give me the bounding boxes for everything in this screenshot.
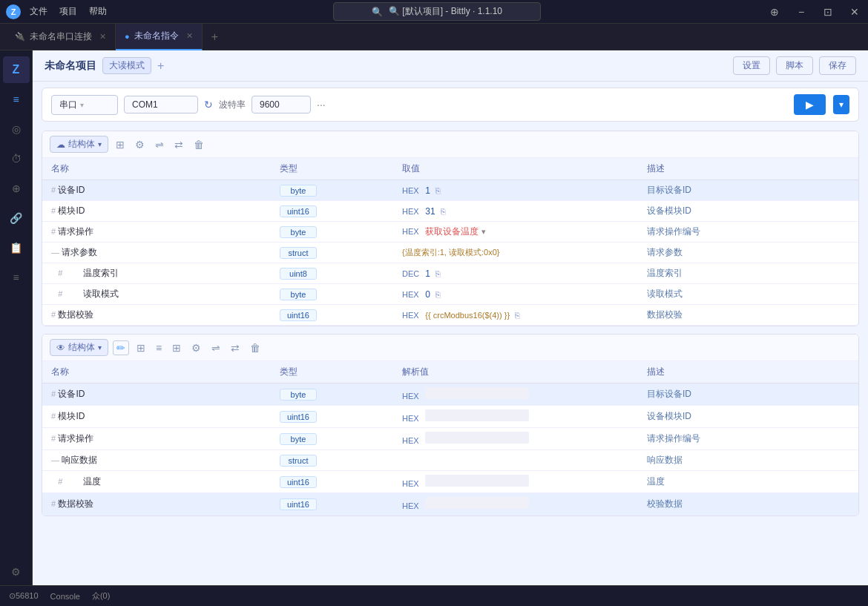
sidebar-icon-settings[interactable]: ⚙ — [3, 559, 30, 585]
copy-icon[interactable]: ⎘ — [435, 269, 441, 278]
send-struct-badge[interactable]: ☁ 结构体 ▾ — [50, 136, 108, 153]
send-toolbar: ☁ 结构体 ▾ ⊞ ⚙ ⇌ ⇄ 🗑 — [42, 131, 858, 158]
sidebar-icon-add[interactable]: ⊕ — [3, 175, 30, 202]
row-hash: # 设备ID — [42, 180, 271, 201]
tab-add-btn[interactable]: + — [203, 30, 227, 44]
row-type: uint16 — [271, 493, 393, 516]
copy-icon[interactable]: ⎘ — [435, 290, 441, 299]
more-btn[interactable]: ··· — [317, 99, 326, 111]
send-struct-label: 结构体 — [68, 138, 95, 151]
recv-edit-btn[interactable]: ✏ — [113, 340, 129, 355]
send-delete-btn[interactable]: 🗑 — [191, 137, 207, 152]
row-format-value: HEX — [393, 493, 638, 516]
row-hash: # 请求操作 — [42, 428, 271, 450]
row-format-value: HEX — [393, 471, 638, 493]
row-desc: 设备模块ID — [638, 201, 858, 222]
status-console[interactable]: Console — [50, 592, 80, 601]
settings-btn[interactable]: 设置 — [733, 56, 770, 75]
pin-btn[interactable]: ⊕ — [767, 6, 782, 18]
menu-help[interactable]: 帮助 — [89, 5, 107, 18]
recv-settings-btn[interactable]: ⚙ — [188, 340, 204, 355]
row-type: byte — [271, 180, 393, 201]
recv-grid2-btn[interactable]: ⊞ — [169, 340, 184, 355]
menu-project[interactable]: 项目 — [59, 5, 77, 18]
mode-button[interactable]: 大读模式 — [102, 57, 151, 74]
sidebar-icon-home[interactable]: Z — [3, 56, 30, 83]
tab-command[interactable]: ● 未命名指令 ✕ — [116, 24, 203, 50]
row-name: 数据校验 — [58, 309, 93, 320]
minimize-btn[interactable]: − — [794, 6, 809, 18]
sidebar-icon-list[interactable]: ≡ — [3, 264, 30, 291]
copy-icon[interactable]: ⎘ — [435, 186, 441, 195]
sidebar-icon-link[interactable]: 🔗 — [3, 205, 30, 231]
send-col-desc: 描述 — [638, 158, 858, 180]
baud-label: 波特率 — [219, 99, 246, 111]
baud-input[interactable]: 9600 — [251, 96, 311, 113]
save-btn[interactable]: 保存 — [819, 56, 856, 75]
tab-command-close[interactable]: ✕ — [186, 31, 193, 41]
row-type: uint16 — [271, 305, 393, 326]
sidebar-icon-history[interactable]: ⏱ — [3, 145, 30, 172]
badge-chevron: ▾ — [98, 140, 102, 148]
tabs-bar: 🔌 未命名串口连接 ✕ ● 未命名指令 ✕ + — [0, 24, 868, 50]
tab-serial[interactable]: 🔌 未命名串口连接 ✕ — [6, 24, 116, 50]
row-type: byte — [271, 383, 393, 406]
recv-grid-btn[interactable]: ⊞ — [134, 340, 148, 355]
search-box[interactable]: 🔍 🔍 [默认项目] - Bittly · 1.1.10 — [333, 2, 541, 21]
row-format-value: DEC 1 ⎘ — [393, 263, 638, 284]
recv-list-btn[interactable]: ≡ — [153, 340, 165, 355]
port-input[interactable]: COM1 — [124, 96, 198, 113]
copy-icon[interactable]: ⎘ — [515, 311, 520, 320]
port-select[interactable]: 串口 ▾ — [51, 95, 118, 115]
send-swap-btn[interactable]: ⇄ — [171, 137, 186, 152]
row-hash: # 模块ID — [42, 406, 271, 428]
refresh-btn[interactable]: ↻ — [204, 99, 213, 111]
statusbar: ⊙56810 Console 众(0) — [0, 585, 868, 606]
row-name: 数据校验 — [58, 498, 93, 509]
script-btn[interactable]: 脚本 — [776, 56, 813, 75]
sidebar-icon-serial[interactable]: ≡ — [3, 86, 30, 113]
row-hash: # 模块ID — [42, 201, 271, 222]
sidebar-icon-monitor[interactable]: ◎ — [3, 116, 30, 142]
row-desc: 请求操作编号 — [638, 222, 858, 243]
row-name: 请求参数 — [62, 247, 97, 257]
connect-btn[interactable]: ▶ — [794, 94, 826, 115]
connect-more-btn[interactable]: ▾ — [833, 95, 849, 114]
row-name: 读取模式 — [65, 289, 119, 299]
row-format-value: HEX — [393, 428, 638, 450]
recv-delete-btn[interactable]: 🗑 — [247, 340, 263, 355]
copy-icon[interactable]: ⎘ — [441, 207, 446, 216]
recv-swap-btn[interactable]: ⇄ — [228, 340, 243, 355]
recv-link-btn[interactable]: ⇌ — [208, 340, 223, 355]
row-desc: 读取模式 — [638, 284, 858, 305]
recv-struct-badge[interactable]: 👁 结构体 ▾ — [50, 339, 108, 356]
table-row: — 请求参数 struct {温度索引:1, 读取模式:0x0} 请求参数 — [42, 243, 858, 263]
send-link-btn[interactable]: ⇌ — [152, 137, 167, 152]
tab-serial-label: 未命名串口连接 — [30, 30, 92, 43]
row-hash: # 数据校验 — [42, 305, 271, 326]
app-logo: Z — [6, 4, 21, 19]
tab-serial-close[interactable]: ✕ — [99, 32, 106, 42]
send-col-type: 类型 — [271, 158, 393, 180]
project-title: 未命名项目 — [45, 59, 96, 73]
row-type: struct — [271, 243, 393, 263]
dropdown-icon[interactable]: ▾ — [481, 227, 486, 236]
row-hash: — 响应数据 — [42, 450, 271, 471]
project-add-btn[interactable]: + — [157, 59, 164, 73]
row-name: 温度索引 — [65, 268, 119, 278]
send-grid-btn[interactable]: ⊞ — [113, 137, 128, 152]
table-row: # 设备ID byte HEX 1 ⎘ 目标设备ID — [42, 180, 858, 201]
row-format-value: HEX 1 ⎘ — [393, 180, 638, 201]
row-hash: # 温度 — [42, 471, 271, 493]
sidebar-icon-doc[interactable]: 📋 — [3, 234, 30, 261]
send-settings-btn[interactable]: ⚙ — [132, 137, 148, 152]
search-icon: 🔍 — [372, 7, 383, 17]
close-btn[interactable]: ✕ — [847, 6, 862, 18]
menu-file[interactable]: 文件 — [30, 5, 47, 18]
search-text: 🔍 [默认项目] - Bittly · 1.1.10 — [389, 5, 502, 18]
row-hash: # 设备ID — [42, 383, 271, 406]
maximize-btn[interactable]: ⊡ — [821, 6, 835, 18]
titlebar: Z 文件 项目 帮助 🔍 🔍 [默认项目] - Bittly · 1.1.10 … — [0, 0, 868, 24]
recv-struct-label: 结构体 — [68, 341, 95, 354]
row-format-value: HEX — [393, 383, 638, 406]
